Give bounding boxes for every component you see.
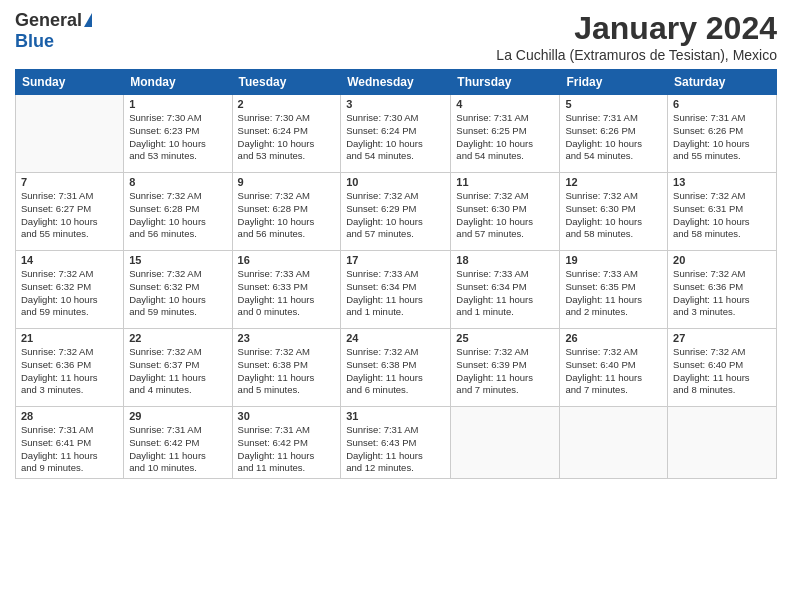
day-number: 28 xyxy=(21,410,118,422)
day-number: 8 xyxy=(129,176,226,188)
calendar-cell: 15Sunrise: 7:32 AM Sunset: 6:32 PM Dayli… xyxy=(124,251,232,329)
calendar-cell: 22Sunrise: 7:32 AM Sunset: 6:37 PM Dayli… xyxy=(124,329,232,407)
calendar-cell: 11Sunrise: 7:32 AM Sunset: 6:30 PM Dayli… xyxy=(451,173,560,251)
calendar-cell: 17Sunrise: 7:33 AM Sunset: 6:34 PM Dayli… xyxy=(341,251,451,329)
calendar-day-header: Sunday xyxy=(16,70,124,95)
day-info: Sunrise: 7:33 AM Sunset: 6:35 PM Dayligh… xyxy=(565,268,662,319)
day-info: Sunrise: 7:32 AM Sunset: 6:31 PM Dayligh… xyxy=(673,190,771,241)
day-info: Sunrise: 7:32 AM Sunset: 6:28 PM Dayligh… xyxy=(129,190,226,241)
calendar-cell: 2Sunrise: 7:30 AM Sunset: 6:24 PM Daylig… xyxy=(232,95,341,173)
day-number: 27 xyxy=(673,332,771,344)
title-block: January 2024 La Cuchilla (Extramuros de … xyxy=(496,10,777,63)
day-number: 23 xyxy=(238,332,336,344)
calendar-cell: 30Sunrise: 7:31 AM Sunset: 6:42 PM Dayli… xyxy=(232,407,341,479)
calendar-cell: 4Sunrise: 7:31 AM Sunset: 6:25 PM Daylig… xyxy=(451,95,560,173)
day-info: Sunrise: 7:31 AM Sunset: 6:42 PM Dayligh… xyxy=(238,424,336,475)
day-info: Sunrise: 7:32 AM Sunset: 6:38 PM Dayligh… xyxy=(238,346,336,397)
logo-triangle-icon xyxy=(84,13,92,27)
calendar-week-row: 28Sunrise: 7:31 AM Sunset: 6:41 PM Dayli… xyxy=(16,407,777,479)
calendar-day-header: Wednesday xyxy=(341,70,451,95)
calendar-cell xyxy=(668,407,777,479)
calendar-cell xyxy=(451,407,560,479)
calendar-cell: 21Sunrise: 7:32 AM Sunset: 6:36 PM Dayli… xyxy=(16,329,124,407)
calendar-cell: 19Sunrise: 7:33 AM Sunset: 6:35 PM Dayli… xyxy=(560,251,668,329)
day-number: 1 xyxy=(129,98,226,110)
logo-blue-text: Blue xyxy=(15,31,54,52)
page: General Blue January 2024 La Cuchilla (E… xyxy=(0,0,792,612)
day-number: 20 xyxy=(673,254,771,266)
day-info: Sunrise: 7:32 AM Sunset: 6:37 PM Dayligh… xyxy=(129,346,226,397)
calendar-cell: 25Sunrise: 7:32 AM Sunset: 6:39 PM Dayli… xyxy=(451,329,560,407)
day-info: Sunrise: 7:33 AM Sunset: 6:34 PM Dayligh… xyxy=(346,268,445,319)
calendar-cell xyxy=(16,95,124,173)
day-info: Sunrise: 7:31 AM Sunset: 6:26 PM Dayligh… xyxy=(673,112,771,163)
calendar-header-row: SundayMondayTuesdayWednesdayThursdayFrid… xyxy=(16,70,777,95)
calendar-cell: 23Sunrise: 7:32 AM Sunset: 6:38 PM Dayli… xyxy=(232,329,341,407)
calendar-cell: 6Sunrise: 7:31 AM Sunset: 6:26 PM Daylig… xyxy=(668,95,777,173)
calendar-week-row: 7Sunrise: 7:31 AM Sunset: 6:27 PM Daylig… xyxy=(16,173,777,251)
calendar-day-header: Saturday xyxy=(668,70,777,95)
day-info: Sunrise: 7:31 AM Sunset: 6:26 PM Dayligh… xyxy=(565,112,662,163)
day-info: Sunrise: 7:31 AM Sunset: 6:25 PM Dayligh… xyxy=(456,112,554,163)
calendar-week-row: 1Sunrise: 7:30 AM Sunset: 6:23 PM Daylig… xyxy=(16,95,777,173)
calendar-cell: 9Sunrise: 7:32 AM Sunset: 6:28 PM Daylig… xyxy=(232,173,341,251)
calendar-week-row: 21Sunrise: 7:32 AM Sunset: 6:36 PM Dayli… xyxy=(16,329,777,407)
day-number: 3 xyxy=(346,98,445,110)
day-info: Sunrise: 7:32 AM Sunset: 6:32 PM Dayligh… xyxy=(129,268,226,319)
day-number: 26 xyxy=(565,332,662,344)
calendar-cell: 12Sunrise: 7:32 AM Sunset: 6:30 PM Dayli… xyxy=(560,173,668,251)
calendar-cell: 8Sunrise: 7:32 AM Sunset: 6:28 PM Daylig… xyxy=(124,173,232,251)
calendar-cell: 3Sunrise: 7:30 AM Sunset: 6:24 PM Daylig… xyxy=(341,95,451,173)
day-info: Sunrise: 7:31 AM Sunset: 6:42 PM Dayligh… xyxy=(129,424,226,475)
logo-text: General xyxy=(15,10,92,31)
day-number: 16 xyxy=(238,254,336,266)
day-number: 10 xyxy=(346,176,445,188)
day-info: Sunrise: 7:32 AM Sunset: 6:40 PM Dayligh… xyxy=(565,346,662,397)
calendar-cell: 7Sunrise: 7:31 AM Sunset: 6:27 PM Daylig… xyxy=(16,173,124,251)
calendar-cell: 18Sunrise: 7:33 AM Sunset: 6:34 PM Dayli… xyxy=(451,251,560,329)
day-info: Sunrise: 7:32 AM Sunset: 6:39 PM Dayligh… xyxy=(456,346,554,397)
calendar-cell: 1Sunrise: 7:30 AM Sunset: 6:23 PM Daylig… xyxy=(124,95,232,173)
day-number: 15 xyxy=(129,254,226,266)
calendar-cell: 26Sunrise: 7:32 AM Sunset: 6:40 PM Dayli… xyxy=(560,329,668,407)
day-info: Sunrise: 7:31 AM Sunset: 6:41 PM Dayligh… xyxy=(21,424,118,475)
day-info: Sunrise: 7:32 AM Sunset: 6:29 PM Dayligh… xyxy=(346,190,445,241)
day-number: 14 xyxy=(21,254,118,266)
day-number: 21 xyxy=(21,332,118,344)
day-info: Sunrise: 7:31 AM Sunset: 6:27 PM Dayligh… xyxy=(21,190,118,241)
calendar-week-row: 14Sunrise: 7:32 AM Sunset: 6:32 PM Dayli… xyxy=(16,251,777,329)
day-number: 30 xyxy=(238,410,336,422)
day-info: Sunrise: 7:30 AM Sunset: 6:24 PM Dayligh… xyxy=(346,112,445,163)
day-info: Sunrise: 7:32 AM Sunset: 6:30 PM Dayligh… xyxy=(565,190,662,241)
day-info: Sunrise: 7:32 AM Sunset: 6:36 PM Dayligh… xyxy=(673,268,771,319)
logo: General Blue xyxy=(15,10,92,52)
day-info: Sunrise: 7:32 AM Sunset: 6:32 PM Dayligh… xyxy=(21,268,118,319)
calendar-cell: 24Sunrise: 7:32 AM Sunset: 6:38 PM Dayli… xyxy=(341,329,451,407)
subtitle: La Cuchilla (Extramuros de Tesistan), Me… xyxy=(496,47,777,63)
day-number: 22 xyxy=(129,332,226,344)
day-info: Sunrise: 7:33 AM Sunset: 6:33 PM Dayligh… xyxy=(238,268,336,319)
header: General Blue January 2024 La Cuchilla (E… xyxy=(15,10,777,63)
calendar-day-header: Friday xyxy=(560,70,668,95)
calendar-cell: 29Sunrise: 7:31 AM Sunset: 6:42 PM Dayli… xyxy=(124,407,232,479)
day-info: Sunrise: 7:30 AM Sunset: 6:24 PM Dayligh… xyxy=(238,112,336,163)
calendar-cell: 28Sunrise: 7:31 AM Sunset: 6:41 PM Dayli… xyxy=(16,407,124,479)
day-info: Sunrise: 7:30 AM Sunset: 6:23 PM Dayligh… xyxy=(129,112,226,163)
day-number: 31 xyxy=(346,410,445,422)
day-number: 29 xyxy=(129,410,226,422)
main-title: January 2024 xyxy=(496,10,777,47)
calendar-day-header: Thursday xyxy=(451,70,560,95)
calendar-day-header: Tuesday xyxy=(232,70,341,95)
day-number: 6 xyxy=(673,98,771,110)
day-number: 11 xyxy=(456,176,554,188)
day-number: 2 xyxy=(238,98,336,110)
calendar-cell: 13Sunrise: 7:32 AM Sunset: 6:31 PM Dayli… xyxy=(668,173,777,251)
day-number: 7 xyxy=(21,176,118,188)
day-info: Sunrise: 7:33 AM Sunset: 6:34 PM Dayligh… xyxy=(456,268,554,319)
calendar-cell: 5Sunrise: 7:31 AM Sunset: 6:26 PM Daylig… xyxy=(560,95,668,173)
day-number: 13 xyxy=(673,176,771,188)
day-number: 12 xyxy=(565,176,662,188)
day-number: 19 xyxy=(565,254,662,266)
logo-general-text: General xyxy=(15,10,82,31)
calendar-day-header: Monday xyxy=(124,70,232,95)
